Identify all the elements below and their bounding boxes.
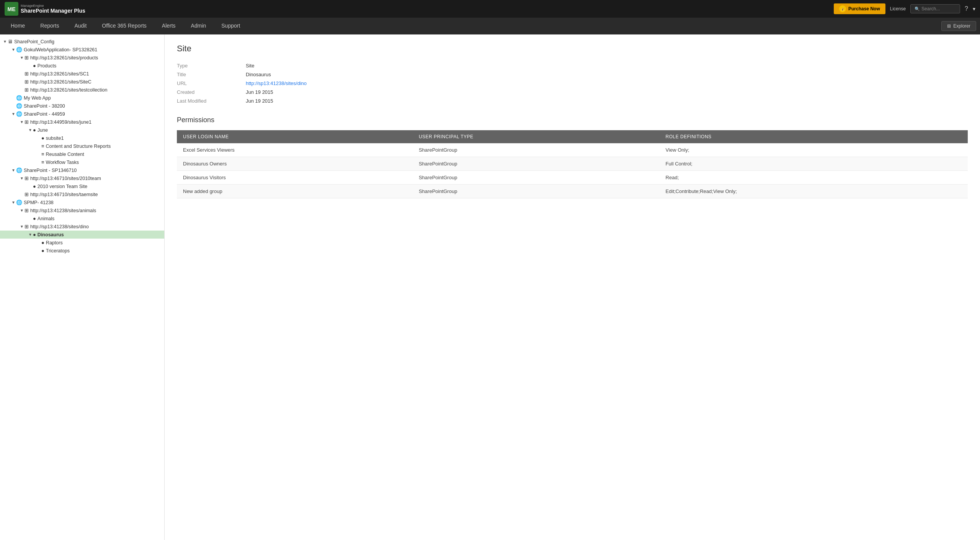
top-bar-right: 💰 Purchase Now License 🔍 Search... ? ▾ bbox=[834, 3, 975, 14]
expand-icon-gokul[interactable]: ▼ bbox=[11, 47, 15, 52]
table-cell-user_login: New added group bbox=[177, 185, 413, 198]
nav-item-reports[interactable]: Reports bbox=[33, 18, 66, 34]
node-icon-2010-team-site: ● bbox=[33, 183, 36, 189]
expand-icon-sp13-dino[interactable]: ▼ bbox=[20, 224, 24, 229]
node-icon-dinosaurus: ● bbox=[33, 232, 36, 237]
node-label-dinosaurus: Dinosaurus bbox=[38, 232, 64, 237]
node-icon-sp13-testcol: ⊞ bbox=[24, 87, 29, 93]
expand-icon-sp13-products-col[interactable]: ▼ bbox=[20, 56, 24, 60]
logo-area: ME ManageEngine SharePoint Manager Plus bbox=[5, 2, 85, 16]
expand-icon-sharepoint-44959[interactable]: ▼ bbox=[11, 112, 15, 116]
tree-node-subsite1[interactable]: ●subsite1 bbox=[0, 134, 164, 142]
node-icon-gokul: 🌐 bbox=[16, 47, 22, 52]
tree-node-sp13-animals[interactable]: ▼⊞http://sp13:41238/sites/animals bbox=[0, 206, 164, 214]
nav-item-audit[interactable]: Audit bbox=[67, 18, 93, 34]
tree-node-triceratops[interactable]: ●Triceratops bbox=[0, 247, 164, 255]
expand-icon-dinosaurus[interactable]: ▼ bbox=[28, 232, 32, 237]
tree-node-sp13-products-col[interactable]: ▼⊞http://sp13:28261/sites/products bbox=[0, 54, 164, 62]
tree-node-sp13-dino[interactable]: ▼⊞http://sp13:41238/sites/dino bbox=[0, 223, 164, 231]
node-icon-products: ● bbox=[33, 63, 36, 69]
expand-icon-sp13-2010team[interactable]: ▼ bbox=[20, 176, 24, 180]
tree-node-sharepoint-config[interactable]: ▼🖥SharePoint_Config bbox=[0, 38, 164, 46]
node-icon-sharepoint-44959: 🌐 bbox=[16, 111, 22, 117]
info-row-last-modified: Last ModifiedJun 19 2015 bbox=[177, 98, 968, 104]
tree-node-raptors[interactable]: ●Raptors bbox=[0, 239, 164, 247]
tree-node-sharepoint-44959[interactable]: ▼🌐SharePoint - 44959 bbox=[0, 110, 164, 118]
info-value-title: Dinosaurus bbox=[246, 72, 271, 77]
node-icon-sharepoint-sp1346710: 🌐 bbox=[16, 167, 22, 173]
node-icon-subsite1: ● bbox=[41, 135, 44, 141]
info-label-title: Title bbox=[177, 72, 246, 77]
node-icon-raptors: ● bbox=[41, 240, 44, 245]
node-label-triceratops: Triceratops bbox=[46, 248, 70, 254]
search-icon: 🔍 bbox=[915, 7, 920, 11]
nav-item-home[interactable]: Home bbox=[4, 18, 32, 34]
info-row-type: TypeSite bbox=[177, 63, 968, 69]
node-label-mywebapp: My Web App bbox=[24, 95, 51, 101]
tree-node-dinosaurus[interactable]: ▼●Dinosaurus bbox=[0, 231, 164, 239]
tree-node-gokul[interactable]: ▼🌐GokulWebApplication- SP1328261 bbox=[0, 46, 164, 54]
tree-node-animals[interactable]: ●Animals bbox=[0, 214, 164, 223]
col-role-defs: ROLE DEFINITIONS bbox=[660, 130, 968, 143]
tree-node-spmp-41238[interactable]: ▼🌐SPMP- 41238 bbox=[0, 198, 164, 206]
expand-icon-june[interactable]: ▼ bbox=[28, 128, 32, 132]
table-cell-principal_type: SharePointGroup bbox=[413, 185, 660, 198]
info-value-type: Site bbox=[246, 63, 254, 69]
col-user-login: USER LOGIN NAME bbox=[177, 130, 413, 143]
help-icon[interactable]: ? bbox=[965, 5, 968, 12]
tree-node-sp13-june1[interactable]: ▼⊞http://sp13:44959/sites/june1 bbox=[0, 118, 164, 126]
table-row: Dinosaurus VisitorsSharePointGroupRead; bbox=[177, 171, 968, 185]
nav-item-alerts[interactable]: Alerts bbox=[155, 18, 183, 34]
user-icon[interactable]: ▾ bbox=[973, 6, 975, 12]
node-label-sharepoint-config: SharePoint_Config bbox=[14, 39, 54, 44]
tree-node-sp13-siteC[interactable]: ⊞http://sp13:28261/sites/SiteC bbox=[0, 78, 164, 86]
tree-node-2010-team-site[interactable]: ●2010 version Team Site bbox=[0, 182, 164, 190]
tree-node-workflow-tasks[interactable]: ≡Workflow Tasks bbox=[0, 158, 164, 166]
tree-container: ▼🖥SharePoint_Config▼🌐GokulWebApplication… bbox=[0, 38, 164, 255]
node-label-animals: Animals bbox=[38, 216, 54, 221]
tree-node-sharepoint-sp1346710[interactable]: ▼🌐SharePoint - SP1346710 bbox=[0, 166, 164, 174]
tree-node-content-structure[interactable]: ≡Content and Structure Reports bbox=[0, 142, 164, 150]
explorer-icon: ⊞ bbox=[947, 23, 951, 29]
node-label-subsite1: subsite1 bbox=[46, 136, 64, 141]
nav-bar: HomeReportsAuditOffice 365 ReportsAlerts… bbox=[0, 18, 980, 34]
node-icon-reusable-content: ≡ bbox=[41, 151, 44, 157]
manage-engine-label: ManageEngine bbox=[21, 4, 85, 8]
node-label-spmp-41238: SPMP- 41238 bbox=[24, 200, 54, 205]
table-row: New added groupSharePointGroupEdit;Contr… bbox=[177, 185, 968, 198]
node-label-sp13-sc1: http://sp13:28261/sites/SC1 bbox=[30, 71, 89, 77]
search-placeholder: Search... bbox=[921, 6, 940, 11]
tree-node-june[interactable]: ▼●June bbox=[0, 126, 164, 134]
url-link[interactable]: http://sp13:41238/sites/dino bbox=[246, 80, 307, 86]
nav-item-admin[interactable]: Admin bbox=[184, 18, 213, 34]
license-link[interactable]: License bbox=[890, 6, 906, 11]
tree-node-sp13-testcol[interactable]: ⊞http://sp13:28261/sites/testcollection bbox=[0, 86, 164, 94]
nav-item-support[interactable]: Support bbox=[214, 18, 247, 34]
tree-node-sp13-2010team[interactable]: ▼⊞http://sp13:46710/sites/2010team bbox=[0, 174, 164, 182]
expand-icon-sp13-animals[interactable]: ▼ bbox=[20, 208, 24, 213]
explorer-button[interactable]: ⊞ Explorer bbox=[941, 21, 976, 31]
tree-node-mywebapp[interactable]: 🌐My Web App bbox=[0, 94, 164, 102]
node-label-sp13-testcol: http://sp13:28261/sites/testcollection bbox=[30, 87, 108, 93]
node-label-sp13-dino: http://sp13:41238/sites/dino bbox=[30, 224, 89, 229]
expand-icon-spmp-41238[interactable]: ▼ bbox=[11, 200, 15, 205]
tree-node-sharepoint-38200[interactable]: 🌐SharePoint - 38200 bbox=[0, 102, 164, 110]
node-label-reusable-content: Reusable Content bbox=[46, 152, 84, 157]
tree-node-products[interactable]: ●Products bbox=[0, 62, 164, 70]
tree-node-sp13-taemsite[interactable]: ⊞http://sp13:46710/sites/taemsite bbox=[0, 190, 164, 198]
table-row: Excel Services ViewersSharePointGroupVie… bbox=[177, 143, 968, 157]
tree-node-reusable-content[interactable]: ≡Reusable Content bbox=[0, 150, 164, 158]
tree-node-sp13-sc1[interactable]: ⊞http://sp13:28261/sites/SC1 bbox=[0, 70, 164, 78]
node-label-sp13-siteC: http://sp13:28261/sites/SiteC bbox=[30, 79, 91, 85]
search-box[interactable]: 🔍 Search... bbox=[910, 4, 960, 13]
col-principal-type: USER PRINCIPAL TYPE bbox=[413, 130, 660, 143]
node-label-sharepoint-sp1346710: SharePoint - SP1346710 bbox=[24, 168, 77, 173]
node-label-sharepoint-38200: SharePoint - 38200 bbox=[24, 103, 65, 109]
info-label-last-modified: Last Modified bbox=[177, 98, 246, 104]
expand-icon-sp13-june1[interactable]: ▼ bbox=[20, 120, 24, 124]
node-icon-content-structure: ≡ bbox=[41, 143, 44, 149]
nav-item-office365[interactable]: Office 365 Reports bbox=[95, 18, 153, 34]
expand-icon-sharepoint-sp1346710[interactable]: ▼ bbox=[11, 168, 15, 172]
purchase-button[interactable]: 💰 Purchase Now bbox=[834, 3, 885, 14]
expand-icon-sharepoint-config[interactable]: ▼ bbox=[3, 39, 7, 44]
